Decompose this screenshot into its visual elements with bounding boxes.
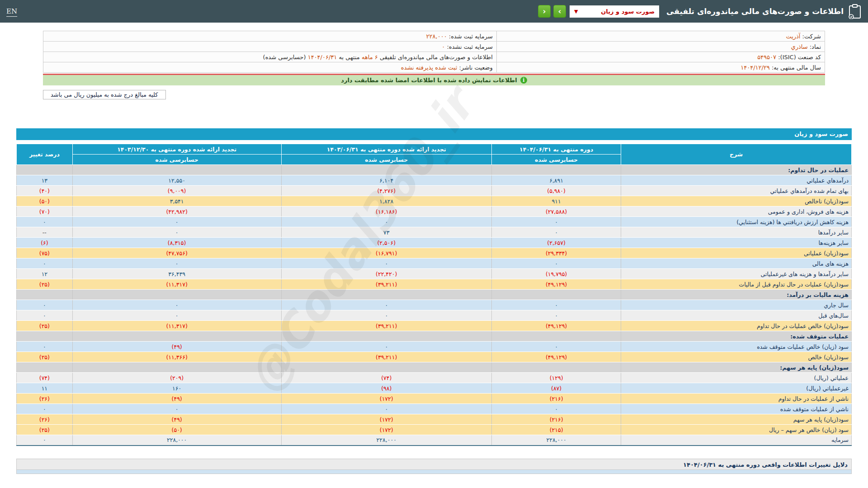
- language-en-link[interactable]: EN: [6, 7, 17, 15]
- isic-label: کد صنعت (ISIC):: [778, 54, 821, 61]
- next-statement-button[interactable]: ›: [553, 5, 566, 18]
- row-label-cell: سود(زيان) پايه هر سهم:: [621, 362, 852, 373]
- row-label-cell: ساير هزينه‌ها: [621, 238, 852, 248]
- pct-change-cell: (۴۰): [17, 186, 73, 196]
- value-restated-year-cell: (۱۱,۳۱۷): [72, 321, 281, 331]
- row-label-cell: عملیات در حال تداوم:: [621, 165, 852, 175]
- value-restated-year-cell: ۰: [72, 310, 281, 321]
- top-bar: اطلاعات و صورت‌های مالی میاندوره‌ای تلفی…: [0, 0, 868, 23]
- unregistered-capital-label: سرمایه ثبت نشده:: [447, 43, 492, 50]
- value-restated-mid-cell: (۱۶,۷۹۱): [281, 248, 491, 258]
- pct-change-cell: (۷۰): [17, 206, 73, 217]
- value-restated-year-cell: ۱۶۰: [72, 383, 281, 394]
- table-row: هزينه کاهش ارزش دريافتني ها (هزينه استثن…: [17, 217, 852, 227]
- value-restated-mid-cell: ۱,۸۲۸: [281, 196, 491, 206]
- value-restated-year-cell: (۵۰): [72, 425, 281, 435]
- row-label-cell: سود(زيان) پايه هر سهم: [621, 414, 852, 425]
- row-label-cell: سود(زيان) ناخالص: [621, 196, 852, 206]
- row-label-cell: بهای تمام شده درآمدهاي عملياتي: [621, 186, 852, 196]
- table-row: غيرعملياتي (ريال)(۸۷)(۹۸)۱۶۰۱۱: [17, 383, 852, 394]
- value-current-cell: [491, 165, 621, 175]
- report-suffix: (حسابرسی شده): [263, 54, 306, 61]
- value-restated-mid-cell: (۱۶,۱۸۶): [281, 206, 491, 217]
- pct-change-cell: (۲۵): [17, 425, 73, 435]
- value-restated-mid-cell: ۰: [281, 342, 491, 352]
- value-current-cell: (۲۱۶): [491, 394, 621, 404]
- table-row: ساير هزينه‌ها(۲,۶۵۷)(۲,۵۰۶)(۸,۳۱۵)(۶): [17, 238, 852, 248]
- fiscal-year-cell: سال مالی منتهی به: ۱۴۰۴/۱۲/۲۹: [496, 62, 825, 73]
- value-current-cell: ۰: [491, 404, 621, 414]
- section-row: عملیات در حال تداوم:: [17, 165, 852, 175]
- row-label-cell: ناشي از عمليات متوقف شده: [621, 404, 852, 414]
- table-row: سود(زيان) خالص عمليات در حال تداوم(۴۹,۱۲…: [17, 321, 852, 331]
- value-current-cell: ۰: [491, 258, 621, 269]
- value-restated-year-cell: (۲۰۹): [72, 373, 281, 383]
- value-restated-year-cell: [72, 165, 281, 175]
- report-mid: منتهی به: [339, 54, 359, 61]
- row-label-cell: ناشي از عمليات در حال تداوم: [621, 394, 852, 404]
- row-label-cell: هزينه های فروش، اداری و عمومی: [621, 206, 852, 217]
- statement-dropdown[interactable]: صورت سود و زیان ▼: [570, 5, 659, 18]
- pct-change-cell: [17, 331, 73, 342]
- pct-change-cell: ۱۱: [17, 383, 73, 394]
- row-label-cell: غيرعملياتي (ريال): [621, 383, 852, 394]
- value-restated-mid-cell: (۱۷۲): [281, 425, 491, 435]
- signature-match-text: اطلاعات نمایش داده شده با اطلاعات امضا ش…: [341, 77, 517, 84]
- value-current-cell: (۴۹,۱۲۹): [491, 352, 621, 362]
- pct-change-cell: (۲۵): [17, 352, 73, 362]
- pct-change-cell: (۲۶): [17, 394, 73, 404]
- column-current-period: دوره منتهی به ۱۴۰۴/۰۶/۳۱: [491, 144, 621, 155]
- table-row: هزينه های فروش، اداری و عمومی(۲۷,۵۸۸)(۱۶…: [17, 206, 852, 217]
- value-restated-year-cell: (۱۱,۳۱۷): [72, 279, 281, 290]
- pct-change-cell: (۶): [17, 238, 73, 248]
- value-restated-mid-cell: ۶,۱۰۴: [281, 175, 491, 186]
- table-row: سود(زيان) عمليات در حال تداوم قبل از مال…: [17, 279, 852, 290]
- info-icon: i: [520, 77, 527, 84]
- change-reasons-section: دلایل تغییرات اطلاعات واقعی دوره منتهی ب…: [16, 459, 852, 474]
- registered-capital-cell: سرمایه ثبت شده: ۲۲۸,۰۰۰: [43, 31, 497, 42]
- row-label-cell: سود (زيان) خالص عمليات متوقف شده: [621, 342, 852, 352]
- section-row: عمليات متوقف شده:: [17, 331, 852, 342]
- row-label-cell: سود (زيان) خالص هر سهم – ريال: [621, 425, 852, 435]
- value-current-cell: ۰: [491, 310, 621, 321]
- table-row: ناشي از عمليات متوقف شده۰۰۰۰: [17, 404, 852, 414]
- chevron-right-icon: ›: [558, 7, 561, 16]
- value-restated-mid-cell: [281, 331, 491, 342]
- change-reasons-row-partial: [16, 470, 852, 474]
- value-restated-mid-cell: ۰: [281, 258, 491, 269]
- registered-capital-label: سرمایه ثبت شده:: [449, 33, 493, 40]
- symbol-value: ساذري: [791, 43, 807, 50]
- value-restated-year-cell: (۸,۳۱۵): [72, 238, 281, 248]
- pct-change-cell: ۰: [17, 217, 73, 227]
- column-pct-change: درصد تغییر: [17, 144, 73, 165]
- table-row: سرمايه۲۲۸,۰۰۰۲۲۸,۰۰۰۲۲۸,۰۰۰۰: [17, 435, 852, 446]
- statement-dropdown-value: صورت سود و زیان: [601, 8, 655, 15]
- report-title-cell: اطلاعات و صورت‌های مالی میاندوره‌ای تلفی…: [43, 52, 497, 62]
- report-title-prefix: اطلاعات و صورت‌های مالی میاندوره‌ای تلفی…: [380, 54, 493, 61]
- value-restated-mid-cell: (۳۹,۲۱۱): [281, 279, 491, 290]
- table-row: ساير درآمدها و هزينه های غيرعملياتی(۱۹,۷…: [17, 269, 852, 279]
- value-restated-year-cell: (۱۱,۳۶۶): [72, 352, 281, 362]
- pct-change-cell: ۱۲: [17, 269, 73, 279]
- clipboard-icon: [848, 4, 862, 19]
- pct-change-cell: (۷۵): [17, 248, 73, 258]
- value-restated-mid-cell: (۲۲,۴۲۰): [281, 269, 491, 279]
- audited-label-current: حسابرسی شده: [491, 155, 621, 165]
- table-row: هزينه های مالی۰۰۰۰: [17, 258, 852, 269]
- table-row: سود(زيان) پايه هر سهم(۲۱۶)(۱۷۲)(۴۹)(۲۶): [17, 414, 852, 425]
- value-restated-mid-cell: ۰: [281, 300, 491, 310]
- row-label-cell: عمليات متوقف شده:: [621, 331, 852, 342]
- pct-change-cell: ۰: [17, 258, 73, 269]
- pct-change-cell: ۰: [17, 404, 73, 414]
- row-label-cell: ساير درآمدها و هزينه های غيرعملياتی: [621, 269, 852, 279]
- row-label-cell: هزينه کاهش ارزش دريافتني ها (هزينه استثن…: [621, 217, 852, 227]
- prev-statement-button[interactable]: ‹: [538, 5, 551, 18]
- currency-note-row: کلیه مبالغ درج شده به میلیون ریال می باش…: [43, 90, 825, 99]
- info-row-isic: کد صنعت (ISIC): ۵۴۹۵۰۷ اطلاعات و صورت‌ها…: [43, 52, 825, 62]
- value-restated-year-cell: (۴۹): [72, 394, 281, 404]
- signature-match-banner: i اطلاعات نمایش داده شده با اطلاعات امضا…: [43, 75, 825, 85]
- value-restated-year-cell: [72, 362, 281, 373]
- change-reasons-header: دلایل تغییرات اطلاعات واقعی دوره منتهی ب…: [16, 459, 852, 470]
- column-description: شرح: [621, 144, 852, 165]
- row-label-cell: هزينه های مالی: [621, 258, 852, 269]
